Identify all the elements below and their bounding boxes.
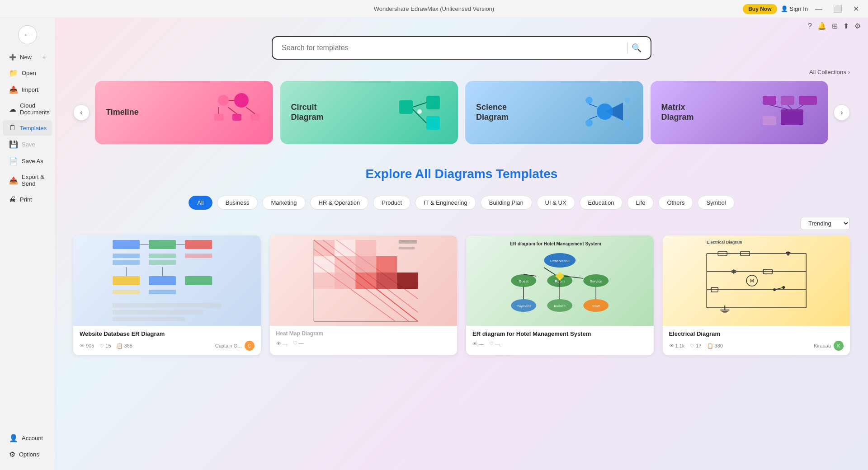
sidebar-bottom: 👤 Account ⚙ Options xyxy=(0,430,55,470)
template-name-hotel: ER diagram for Hotel Management System xyxy=(472,330,647,337)
filter-it[interactable]: IT & Engineering xyxy=(415,196,476,210)
carousel-timeline-label: Timeline xyxy=(106,108,139,118)
carousel-item-science[interactable]: ScienceDiagram xyxy=(465,81,643,144)
template-stats-er: 👁 905 ♡ 15 📋 365 xyxy=(80,343,132,349)
likes-stat4: ♡ 17 xyxy=(690,343,701,349)
views-stat: 👁 905 xyxy=(80,343,94,349)
svg-rect-37 xyxy=(185,240,212,249)
sidebar-item-export[interactable]: 📤 Export & Send xyxy=(3,170,52,191)
filter-product[interactable]: Product xyxy=(373,196,410,210)
sidebar-item-cloud[interactable]: ☁ Cloud Documents xyxy=(3,99,52,119)
svg-rect-3 xyxy=(214,114,223,121)
author-name4: Kiraaaa xyxy=(814,343,831,348)
account-label: Account xyxy=(22,435,43,442)
minimize-button[interactable]: — xyxy=(811,3,826,15)
svg-rect-41 xyxy=(149,276,176,285)
filter-others[interactable]: Others xyxy=(658,196,693,210)
all-collections-label: All Collections xyxy=(809,69,846,75)
template-thumb-matrix2 xyxy=(270,235,458,326)
filter-life[interactable]: Life xyxy=(627,196,654,210)
template-meta-electrical: 👁 1.1k ♡ 17 📋 380 Kiraaaa xyxy=(669,341,844,351)
sidebar-item-account[interactable]: 👤 Account xyxy=(3,430,52,446)
svg-point-16 xyxy=(597,103,613,120)
filter-symbol[interactable]: Symbol xyxy=(698,196,734,210)
svg-rect-38 xyxy=(185,254,212,258)
template-name-er: Website Database ER Diagram xyxy=(80,330,255,337)
filter-business[interactable]: Business xyxy=(217,196,258,210)
templates-label: Templates xyxy=(20,125,47,132)
svg-rect-62 xyxy=(335,256,355,273)
carousel-prev-button[interactable]: ‹ xyxy=(73,104,90,121)
filter-marketing[interactable]: Marketing xyxy=(262,196,305,210)
filter-hr[interactable]: HR & Operation xyxy=(310,196,369,210)
template-info-matrix2: Heat Map Diagram 👁 — ♡ — xyxy=(270,326,458,351)
sidebar-item-import[interactable]: 📥 Import xyxy=(3,82,52,98)
carousel-item-timeline[interactable]: Timeline xyxy=(95,81,273,144)
template-thumb-electrical: Electrical Diagram xyxy=(663,235,850,326)
settings-icon[interactable]: ⚙ xyxy=(854,22,861,30)
sidebar-item-print[interactable]: 🖨 Print xyxy=(3,192,52,207)
template-stats-hotel: 👁 — ♡ — xyxy=(472,341,500,347)
svg-point-20 xyxy=(625,120,630,126)
grid-icon[interactable]: ⊞ xyxy=(832,22,838,30)
sidebar: ← ➕ New + 📁 Open 📥 Import ☁ Cloud Docume… xyxy=(0,18,55,470)
open-label: Open xyxy=(22,70,36,76)
likes-stat2: ♡ — xyxy=(293,340,304,346)
svg-line-88 xyxy=(544,268,555,275)
save-label: Save xyxy=(22,141,35,148)
svg-line-21 xyxy=(589,104,597,107)
likes-count4: 17 xyxy=(696,343,701,348)
svg-text:Reservation: Reservation xyxy=(550,259,570,263)
sign-in-button[interactable]: 👤 Sign In xyxy=(781,5,808,12)
sidebar-item-new[interactable]: ➕ New + xyxy=(3,50,52,64)
all-collections-link[interactable]: All Collections › xyxy=(809,69,850,75)
svg-rect-31 xyxy=(113,240,140,249)
upload-icon[interactable]: ⬆ xyxy=(843,22,849,30)
svg-rect-59 xyxy=(335,240,355,256)
new-label: New xyxy=(20,54,32,61)
svg-text:Invoice: Invoice xyxy=(554,304,566,308)
filter-all[interactable]: All xyxy=(189,196,212,210)
svg-rect-69 xyxy=(397,273,418,289)
sidebar-item-open[interactable]: 📁 Open xyxy=(3,65,52,81)
sort-select[interactable]: Trending Newest Most Liked xyxy=(801,217,850,230)
title-bar: Wondershare EdrawMax (Unlicensed Version… xyxy=(0,0,868,18)
carousel-item-circuit[interactable]: CircuitDiagram xyxy=(280,81,458,144)
search-button[interactable]: 🔍 xyxy=(632,43,642,53)
sidebar-item-options[interactable]: ⚙ Options xyxy=(3,446,52,462)
svg-rect-63 xyxy=(355,256,376,273)
filter-education[interactable]: Education xyxy=(580,196,623,210)
carousel-next-button[interactable]: › xyxy=(834,104,850,121)
carousel-item-matrix[interactable]: MatrixDiagram xyxy=(651,81,829,144)
search-input[interactable] xyxy=(282,44,624,52)
help-icon[interactable]: ? xyxy=(808,22,812,30)
template-card-matrix2[interactable]: Heat Map Diagram 👁 — ♡ — xyxy=(270,235,458,355)
explore-section: Explore All Diagrams Templates xyxy=(55,158,868,188)
template-card-electrical[interactable]: Electrical Diagram xyxy=(663,235,850,355)
user-icon: 👤 xyxy=(781,5,788,12)
svg-rect-50 xyxy=(113,317,185,321)
science-diagram-icon xyxy=(580,91,634,134)
hotel-svg: ER diagram for Hotel Management System R… xyxy=(466,235,654,326)
close-button[interactable]: ✕ xyxy=(849,3,863,15)
template-card-er[interactable]: Website Database ER Diagram 👁 905 ♡ 15 📋 xyxy=(73,235,261,355)
template-card-hotel[interactable]: ER diagram for Hotel Management System R… xyxy=(466,235,654,355)
copies-icon: 📋 xyxy=(117,343,123,349)
notification-icon[interactable]: 🔔 xyxy=(817,22,826,30)
sidebar-item-saveas[interactable]: 📄 Save As xyxy=(3,153,52,169)
svg-rect-34 xyxy=(149,240,176,249)
filter-ui[interactable]: UI & UX xyxy=(537,196,575,210)
svg-rect-68 xyxy=(376,273,397,289)
filter-building[interactable]: Building Plan xyxy=(481,196,532,210)
new-icon: ➕ xyxy=(9,54,16,61)
template-author-er: Captain O... C xyxy=(215,341,255,351)
buy-now-button[interactable]: Buy Now xyxy=(743,4,777,14)
filter-pills: All Business Marketing HR & Operation Pr… xyxy=(55,188,868,213)
maximize-button[interactable]: ⬜ xyxy=(830,3,846,15)
template-info-hotel: ER diagram for Hotel Management System 👁… xyxy=(466,326,654,351)
sidebar-item-templates[interactable]: 🗒 Templates xyxy=(3,120,52,136)
back-button[interactable]: ← xyxy=(18,25,37,44)
template-info-electrical: Electrical Diagram 👁 1.1k ♡ 17 📋 xyxy=(663,326,850,355)
svg-point-0 xyxy=(218,95,229,106)
carousel-matrix-label: MatrixDiagram xyxy=(661,103,694,122)
